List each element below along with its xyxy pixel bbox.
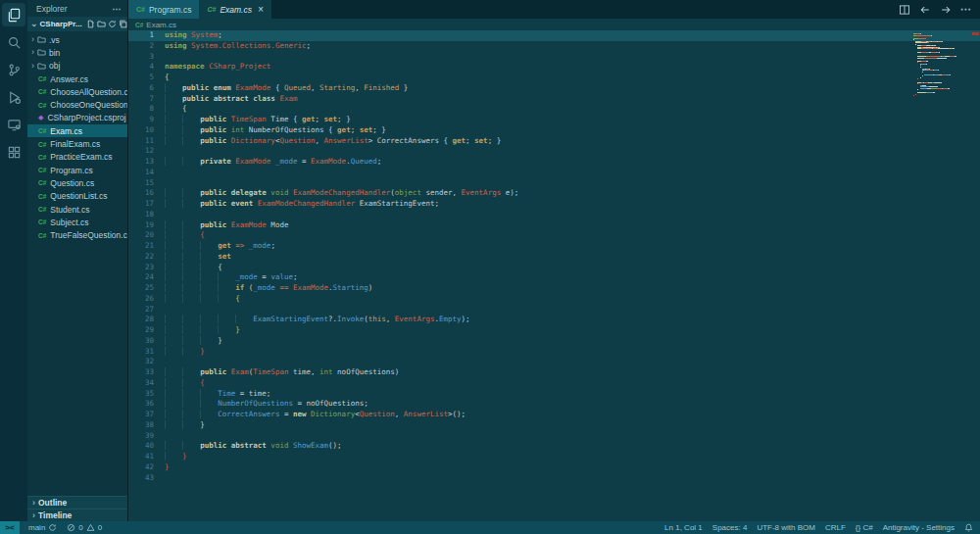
file-item[interactable]: C#TrueFalseQuestion.cs [27, 228, 127, 241]
source-control-icon[interactable] [2, 58, 25, 81]
sidebar-title: Explorer [36, 4, 68, 14]
file-item[interactable]: C#Exam.cs [27, 124, 127, 137]
overview-ruler-error-marker [972, 32, 979, 35]
code-line[interactable]: 40 public abstract void ShowExam(); [128, 441, 980, 452]
folder-item[interactable]: ›obj [27, 60, 127, 73]
search-icon[interactable] [2, 30, 25, 54]
code-line[interactable]: 20 { [128, 230, 980, 241]
code-editor[interactable]: 1using System;2using System.Collections.… [128, 30, 980, 521]
file-item[interactable]: C#PracticeExam.cs [27, 151, 127, 164]
code-line[interactable]: 3 [128, 52, 980, 63]
navigate-back-icon[interactable] [919, 4, 931, 16]
extensions-grid-icon[interactable] [2, 140, 25, 164]
code-line[interactable]: 8 { [128, 104, 980, 115]
status-item[interactable]: CRLF [820, 521, 851, 534]
file-item[interactable]: C#ChooseAllQuestion.cs [27, 85, 127, 98]
code-line[interactable]: 5{ [128, 73, 980, 83]
status-item[interactable]: Spaces: 4 [708, 521, 753, 534]
code-line[interactable]: 42} [128, 462, 980, 473]
code-line[interactable]: 23 { [128, 263, 980, 273]
code-line[interactable]: 39 [128, 431, 980, 442]
code-line[interactable]: 33 public Exam(TimeSpan time, int noOfQu… [128, 367, 980, 378]
notifications-bell-icon[interactable] [959, 521, 980, 534]
sidebar-more-icon[interactable]: ⋯ [113, 4, 122, 14]
status-item[interactable]: {} C# [851, 521, 878, 534]
code-line[interactable]: 14 [128, 168, 980, 178]
code-line[interactable]: 25 if (_mode == ExamMode.Starting) [128, 283, 980, 294]
code-line[interactable]: 24 _mode = value; [128, 272, 980, 283]
code-line[interactable]: 27 [128, 305, 980, 316]
csharp-file-icon: C# [135, 22, 143, 28]
file-item[interactable]: C#FinalExam.cs [27, 137, 127, 150]
code-line[interactable]: 9 public TimeSpan Time { get; set; } [128, 115, 980, 125]
code-line[interactable]: 28 ExamStartingEvent?.Invoke(this, Event… [128, 315, 980, 325]
minimap[interactable] [913, 33, 968, 99]
code-line[interactable]: 7 public abstract class Exam [128, 94, 980, 105]
file-item[interactable]: C#Answer.cs [27, 73, 127, 85]
file-item[interactable]: C#Student.cs [27, 203, 127, 216]
code-line[interactable]: 30 } [128, 336, 980, 347]
status-item[interactable]: UTF-8 with BOM [752, 521, 820, 534]
tab-program-cs[interactable]: C# Program.cs [128, 0, 199, 19]
file-item[interactable]: C#Question.cs [27, 176, 127, 189]
new-folder-icon[interactable] [97, 20, 106, 28]
remote-explorer-icon[interactable] [2, 113, 25, 136]
split-editor-icon[interactable] [899, 4, 910, 16]
timeline-panel-header[interactable]: › Timeline [27, 509, 127, 521]
code-line[interactable]: 6 public enum ExamMode { Queued, Startin… [128, 83, 980, 94]
status-item[interactable]: Antigravity - Settings [878, 521, 959, 534]
git-branch-item[interactable]: main [24, 521, 62, 534]
code-line[interactable]: 1using System; [128, 30, 980, 41]
code-line[interactable]: 11 public Dictionary<Question, AnswerLis… [128, 136, 980, 147]
code-line[interactable]: 35 Time = time; [128, 389, 980, 400]
code-line[interactable]: 16 public delegate void ExamModeChangedH… [128, 188, 980, 199]
code-line[interactable]: 4namespace CSharp_Project [128, 62, 980, 73]
code-line[interactable]: 31 } [128, 347, 980, 358]
run-debug-icon[interactable] [2, 85, 25, 109]
status-item[interactable]: Ln 1, Col 1 [660, 521, 708, 534]
file-item[interactable]: ◆CSharpProject.csproj [27, 112, 127, 124]
collapse-all-icon[interactable] [119, 20, 127, 28]
file-item[interactable]: C#QuestionList.cs [27, 190, 127, 203]
refresh-icon[interactable] [108, 20, 117, 28]
close-icon[interactable]: × [258, 4, 264, 15]
code-line[interactable]: 17 public event ExamModeChangedHandler E… [128, 199, 980, 210]
editor-more-icon[interactable]: ⋯ [960, 3, 972, 16]
outline-panel-header[interactable]: › Outline [27, 496, 127, 509]
code-line[interactable]: 38 } [128, 420, 980, 431]
code-line[interactable]: 32 [128, 357, 980, 367]
code-line[interactable]: 36 NumberOfQuestions = noOfQuestions; [128, 399, 980, 410]
navigate-forward-icon[interactable] [940, 4, 952, 16]
code-line[interactable]: 13 private ExamMode _mode = ExamMode.Que… [128, 157, 980, 168]
code-line[interactable]: 34 { [128, 378, 980, 389]
code-line[interactable]: 15 [128, 178, 980, 189]
folder-item[interactable]: ›.vs [27, 33, 127, 46]
code-line[interactable]: 41 } [128, 452, 980, 462]
file-item[interactable]: C#Subject.cs [27, 216, 127, 228]
code-line[interactable]: 29 } [128, 325, 980, 336]
project-section-label: CSharpPr... [40, 20, 82, 28]
sync-icon [48, 523, 57, 532]
breadcrumb[interactable]: C# Exam.cs [128, 19, 980, 30]
explorer-icon[interactable] [2, 3, 25, 26]
csharp-file-icon: C# [38, 232, 46, 239]
code-line[interactable]: 12 [128, 146, 980, 157]
file-item[interactable]: C#ChooseOneQuestion.cs [27, 98, 127, 111]
code-line[interactable]: 21 get => _mode; [128, 241, 980, 252]
project-section-header[interactable]: ⌄ CSharpPr... [27, 17, 127, 31]
code-line[interactable]: 18 [128, 210, 980, 220]
tab-exam-cs[interactable]: C# Exam.cs × [199, 0, 270, 19]
code-line[interactable]: 43 [128, 473, 980, 484]
code-line[interactable]: 10 public int NumberOfQuestions { get; s… [128, 125, 980, 136]
problems-item[interactable]: 0 0 [62, 521, 107, 534]
code-line[interactable]: 37 CorrectAnswers = new Dictionary<Quest… [128, 410, 980, 420]
folder-item[interactable]: ›bin [27, 46, 127, 59]
code-line[interactable]: 2using System.Collections.Generic; [128, 41, 980, 52]
code-line[interactable]: 22 set [128, 252, 980, 263]
new-file-icon[interactable] [86, 20, 95, 28]
chevron-right-icon: › [31, 62, 34, 71]
code-line[interactable]: 26 { [128, 294, 980, 305]
remote-indicator[interactable]: >< [0, 521, 20, 534]
code-line[interactable]: 19 public ExamMode Mode [128, 220, 980, 231]
file-item[interactable]: C#Program.cs [27, 164, 127, 176]
